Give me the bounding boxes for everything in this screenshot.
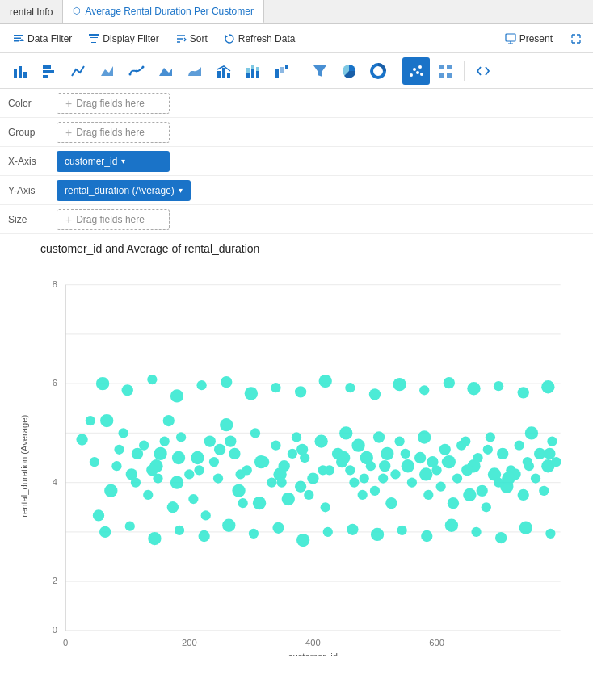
refresh-button[interactable]: Refresh Data [217,30,302,48]
svg-rect-2 [14,40,19,42]
svg-point-36 [418,65,422,69]
toolbar-right: Present [497,30,587,48]
chart-scatter-button[interactable] [402,57,430,85]
chart-area: customer_id and Average of rental_durati… [0,234,593,656]
svg-point-157 [360,451,373,464]
color-drag-box[interactable]: + Drag fields here [57,93,170,114]
svg-point-160 [456,441,466,451]
svg-point-180 [419,467,432,480]
chart-bar-horizontal-button[interactable] [36,57,63,85]
chart-donut-button[interactable] [364,57,392,85]
svg-point-166 [132,448,143,459]
expand-button[interactable] [566,30,587,48]
svg-point-146 [547,436,557,446]
svg-rect-20 [227,73,230,78]
tab-rental-info[interactable]: rental Info [0,0,63,23]
svg-rect-24 [251,65,254,69]
chart-sep-2 [397,61,397,81]
chart-smooth-button[interactable] [123,57,150,85]
svg-text:6: 6 [53,378,57,388]
chart-mountain-icon [158,63,174,79]
svg-point-183 [483,445,493,455]
svg-rect-5 [90,37,98,38]
svg-point-78 [176,432,186,442]
svg-point-126 [452,473,462,483]
svg-point-165 [111,461,121,471]
chart-type-bar [0,53,593,89]
svg-point-139 [518,489,529,501]
chart-funnel-button[interactable] [306,57,334,85]
sort-button[interactable]: Sort [169,30,214,48]
display-filter-button[interactable]: Display Filter [82,30,165,48]
svg-point-210 [199,530,210,542]
svg-point-109 [351,439,364,452]
svg-text:rental_duration (Average): rental_duration (Average) [19,414,29,517]
svg-point-189 [147,375,157,384]
svg-point-221 [471,527,481,537]
x-axis-value: customer_id [65,156,117,167]
chart-waterfall-button[interactable] [268,57,296,85]
chart-filled-area-button[interactable] [181,57,208,85]
svg-point-216 [347,524,358,535]
group-drag-box[interactable]: + Drag fields here [57,122,170,143]
svg-point-179 [401,449,410,459]
svg-point-206 [99,526,111,538]
chart-mountain-button[interactable] [152,57,179,85]
svg-point-187 [96,377,109,390]
svg-point-197 [345,383,355,392]
size-drag-box[interactable]: + Drag fields here [57,209,170,230]
svg-point-143 [534,448,545,459]
chart-sep-3 [464,61,465,81]
y-axis-chip[interactable]: rental_duration (Average) ▾ [57,180,191,201]
svg-rect-27 [275,69,279,78]
svg-text:400: 400 [305,638,321,648]
svg-text:0: 0 [63,638,68,648]
y-axis-chevron-icon: ▾ [179,186,183,195]
svg-point-123 [439,444,451,455]
y-axis-label: Y-Axis [8,185,57,196]
svg-rect-40 [439,73,444,78]
svg-point-87 [229,448,240,459]
svg-point-116 [394,436,404,446]
svg-rect-21 [246,73,250,78]
chart-code-left-button[interactable] [469,57,497,85]
svg-point-219 [421,530,432,542]
x-axis-label: X-Axis [8,156,57,167]
svg-point-81 [191,451,204,464]
svg-point-200 [419,385,429,395]
svg-point-176 [337,451,350,464]
svg-rect-4 [89,34,99,36]
svg-point-159 [427,456,438,467]
svg-point-192 [221,376,232,388]
chart-bar-vertical-button[interactable] [6,57,34,85]
svg-point-64 [90,457,99,467]
color-drag-text: Drag fields here [76,98,145,109]
chart-line-button[interactable] [65,57,92,85]
data-filter-button[interactable]: Data Filter [6,30,78,48]
chart-stacked-bar-button[interactable] [239,57,267,85]
svg-point-178 [379,460,390,472]
chart-donut-icon [370,63,386,79]
svg-point-80 [184,469,194,479]
x-axis-chip[interactable]: customer_id ▾ [57,151,170,172]
svg-point-92 [267,478,276,488]
svg-point-35 [416,71,419,74]
chart-bar-line-button[interactable] [210,57,238,85]
svg-point-15 [129,73,132,75]
chart-pie-button[interactable] [335,57,363,85]
svg-point-188 [122,384,133,396]
svg-point-118 [407,478,417,488]
svg-point-193 [245,387,258,400]
svg-point-101 [314,434,327,447]
chart-grid-button[interactable] [431,57,459,85]
svg-point-201 [444,377,455,388]
svg-rect-19 [222,68,225,78]
present-button[interactable]: Present [497,30,561,48]
svg-point-69 [104,484,117,497]
svg-point-205 [541,380,554,393]
svg-point-167 [153,473,162,483]
tab-avg-rental[interactable]: ⬡ Average Rental Duration Per Customer [63,0,264,23]
svg-point-154 [288,449,297,459]
svg-point-79 [167,501,179,513]
chart-area-button[interactable] [94,57,121,85]
